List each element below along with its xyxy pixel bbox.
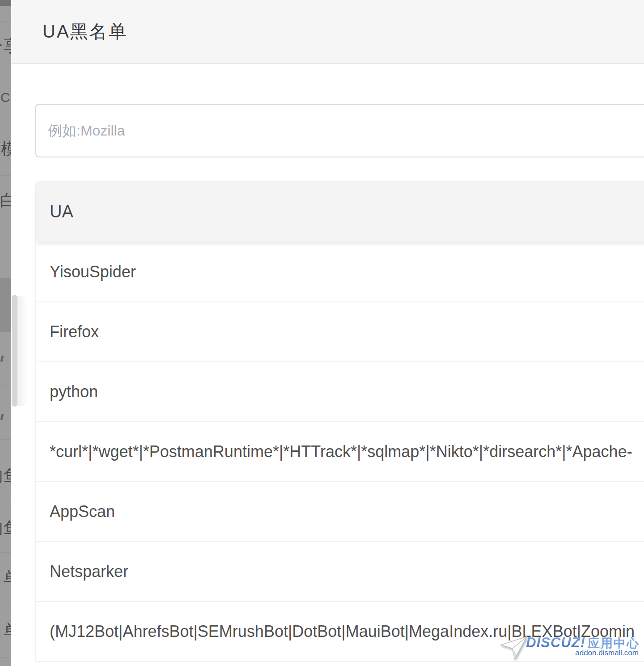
scrollbar-thumb[interactable] bbox=[12, 295, 17, 407]
sidebar-divider bbox=[0, 439, 11, 440]
sidebar-divider bbox=[0, 552, 11, 553]
screen: 分享 CD 模 白 钓鱼 钓鱼 名单 名单 UA黑名单 UA YisouSpid… bbox=[0, 0, 644, 666]
sidebar-item-clipped: 分享 bbox=[0, 38, 11, 54]
watermark-domain: addon.dismall.com bbox=[575, 649, 639, 658]
panel-header: UA黑名单 bbox=[11, 0, 644, 64]
sidebar-divider bbox=[0, 124, 11, 124]
sidebar-item-clipped: 模 bbox=[1, 141, 11, 157]
sidebar-divider bbox=[0, 21, 11, 22]
table-row: Firefox bbox=[36, 302, 644, 362]
sidebar-divider bbox=[0, 498, 11, 498]
sidebar-divider bbox=[0, 658, 11, 658]
sidebar-divider bbox=[0, 278, 11, 279]
sidebar-item-clipped: 钓鱼 bbox=[0, 520, 11, 536]
ua-table-header: UA bbox=[36, 181, 644, 242]
table-row: AppScan bbox=[36, 482, 644, 542]
sidebar-divider bbox=[0, 73, 11, 73]
sidebar-divider bbox=[0, 332, 11, 332]
sidebar-item-clipped: 白 bbox=[0, 192, 11, 208]
table-row: *curl*|*wget*|*PostmanRuntime*|*HTTrack*… bbox=[36, 422, 644, 482]
sidebar-divider bbox=[0, 227, 11, 227]
panel-title: UA黑名单 bbox=[11, 19, 128, 44]
ua-table: UA YisouSpider Firefox python *curl*|*wg… bbox=[35, 181, 644, 662]
dimmed-background: 分享 CD 模 白 钓鱼 钓鱼 名单 名单 bbox=[0, 0, 11, 666]
sidebar-item-clipped: 名单 bbox=[0, 570, 11, 586]
table-row: python bbox=[36, 362, 644, 422]
sidebar-divider bbox=[0, 386, 11, 386]
discuz-watermark: DISCUZ! 应用中心 addon.dismall.com bbox=[502, 635, 640, 662]
sidebar-item-clipped: 钓鱼 bbox=[0, 467, 11, 484]
ua-input[interactable] bbox=[35, 104, 644, 157]
sidebar-text-fragment bbox=[0, 356, 4, 362]
sidebar-text-fragment bbox=[0, 414, 4, 420]
sidebar-item-clipped: 名单 bbox=[0, 623, 11, 639]
sidebar-divider bbox=[0, 607, 11, 607]
backdrop-top-band bbox=[0, 0, 11, 6]
ua-blacklist-panel: UA黑名单 UA YisouSpider Firefox python *cur… bbox=[11, 0, 644, 666]
sidebar-item-clipped: CD bbox=[0, 91, 11, 104]
table-row: YisouSpider bbox=[36, 242, 644, 302]
paper-plane-icon bbox=[500, 635, 528, 661]
sidebar-active-item-strip bbox=[0, 278, 11, 332]
table-row: Netsparker bbox=[36, 542, 644, 602]
sidebar-divider bbox=[0, 175, 11, 176]
